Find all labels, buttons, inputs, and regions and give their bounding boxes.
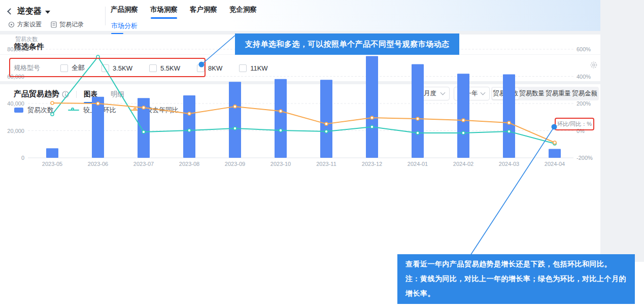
page-title[interactable]: 逆变器 [17,6,42,17]
info-icon[interactable] [62,91,69,98]
view-tab-chart[interactable]: 图表 [84,90,97,99]
subtab-market-analysis[interactable]: 市场分析 [111,21,138,34]
legend-yoy[interactable]: 较去年同比 [130,106,179,115]
metric-trade-weight-button[interactable]: 贸易重量 [545,88,571,99]
legend-label: 较上月环比 [83,106,116,115]
page-header: 逆变器 方案设置 贸易记录 产品洞察 市场 [0,0,600,31]
divider [76,91,77,98]
back-icon[interactable] [7,8,14,15]
checkbox-box[interactable] [60,64,68,72]
checkbox-box[interactable] [149,64,157,72]
spec-filter-row: 规格型号 全部 3.5KW 5.5KW 8KW 11KW [14,60,285,76]
checkbox-option-5-5kw[interactable]: 5.5KW [149,64,180,72]
trade-records-button[interactable]: 贸易记录 [51,20,84,29]
filter-title: 筛选条件 [14,42,44,52]
range-select-value: 近一年 [459,89,478,98]
trade-records-label: 贸易记录 [59,20,84,29]
range-select[interactable]: 近一年 [454,87,490,100]
checkbox-option-11kw[interactable]: 11KW [239,64,267,72]
checkbox-option-8kw[interactable]: 8KW [197,64,222,72]
top-tabs: 产品洞察 市场洞察 客户洞察 竞企洞察 [111,5,257,19]
checkbox-option-3-5kw[interactable]: 3.5KW [101,64,132,72]
metric-trade-count-button[interactable]: 贸易次数 [492,88,519,99]
chevron-down-icon [440,90,446,95]
scheme-settings-label: 方案设置 [17,20,42,29]
market-insight-page: 逆变器 方案设置 贸易记录 产品洞察 市场 [0,0,644,308]
period-select-value: 月度 [424,89,436,98]
metric-segmented-control: 贸易次数 贸易数量 贸易重量 贸易金额 [491,87,599,100]
checkbox-option-all[interactable]: 全部 [60,63,85,73]
checkbox-label: 11KW [250,64,267,72]
checkbox-label: 8KW [208,64,222,72]
scheme-settings-button[interactable]: 方案设置 [8,20,42,29]
trend-title: 产品贸易趋势 [14,89,59,99]
bar-swatch [14,108,23,113]
checkbox-box[interactable] [239,64,247,72]
target-icon [8,21,15,28]
trend-tooltip: 查看近一年内产品贸易趋势是增长还是下跌，包括环比和同比。 注：黄线为同比，对比上… [397,254,635,304]
period-select[interactable]: 月度 [419,87,450,100]
divider [105,7,106,25]
filter-tooltip-text: 支持单选和多选，可以按照单个产品不同型号观察市场动态 [245,40,450,49]
document-icon [51,21,57,28]
spec-field-label: 规格型号 [14,63,40,73]
tab-customer-insight[interactable]: 客户洞察 [190,5,217,19]
metric-trade-quantity-button[interactable]: 贸易数量 [519,88,545,99]
metric-trade-amount-button[interactable]: 贸易金额 [571,88,598,99]
legend-label: 较去年同比 [146,106,179,115]
legend-label: 贸易次数 [27,106,54,115]
trend-card: 产品贸易趋势 图表 明细 月度 近一年 贸易次数 贸易数量 贸易重量 贸易金额 [0,84,600,262]
legend-trade-count[interactable]: 贸易次数 [14,106,54,115]
checkbox-label: 全部 [72,63,85,73]
checkbox-box[interactable] [197,64,205,72]
gear-icon[interactable] [590,61,598,69]
checkbox-label: 5.5KW [160,64,180,72]
checkbox-label: 3.5KW [113,64,132,72]
trend-tooltip-line2: 注：黄线为同比，对比上一年的增长率；绿色为环比，对比上个月的增长率。 [405,271,627,301]
trend-tooltip-line1: 查看近一年内产品贸易趋势是增长还是下跌，包括环比和同比。 [405,257,627,271]
checkbox-box[interactable] [101,64,109,72]
chevron-down-icon [481,90,486,95]
caret-down-icon[interactable] [45,11,50,14]
line-swatch [130,108,142,113]
line-swatch [68,108,79,113]
tab-competitor-insight[interactable]: 竞企洞察 [229,5,257,19]
view-tab-detail[interactable]: 明细 [111,90,124,99]
legend-mom[interactable]: 较上月环比 [68,106,116,115]
page-gutter [600,0,644,262]
tab-market-insight[interactable]: 市场洞察 [150,5,178,19]
chart-legend: 贸易次数 较上月环比 较去年同比 [14,106,179,115]
tab-product-insight[interactable]: 产品洞察 [111,5,138,19]
filter-tooltip: 支持单选和多选，可以按照单个产品不同型号观察市场动态 [235,33,459,55]
